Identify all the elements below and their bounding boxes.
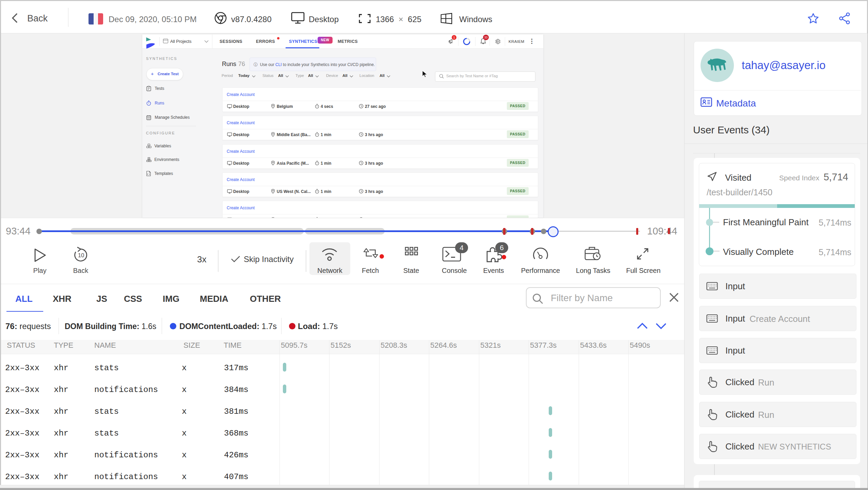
svg-text:10: 10	[78, 252, 84, 258]
